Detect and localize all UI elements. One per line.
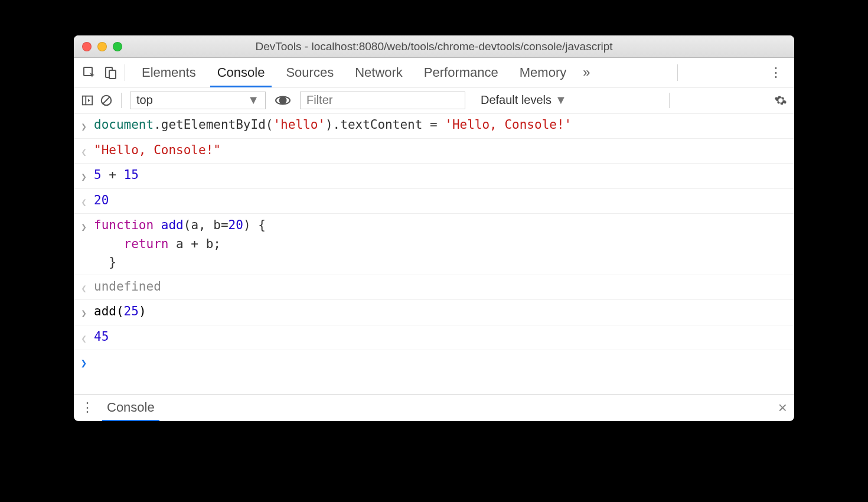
console-prompt-line[interactable] [74, 350, 794, 375]
output-chevron-icon [74, 141, 94, 161]
code-text: 45 [94, 328, 109, 347]
execution-context-value: top [136, 93, 153, 107]
output-chevron-icon [74, 278, 94, 298]
console-settings-icon[interactable] [774, 94, 787, 107]
dropdown-caret-icon: ▼ [555, 93, 567, 107]
code-text: 20 [94, 191, 109, 210]
svg-rect-3 [83, 96, 93, 105]
svg-line-7 [103, 97, 110, 103]
console-toolbar: top ▼ Default levels ▼ [74, 87, 794, 113]
console-output-line: "Hello, Console!" [74, 139, 794, 164]
code-text: document.getElementById('hello').textCon… [94, 116, 572, 135]
console-input-line: 5 + 15 [74, 164, 794, 189]
inspect-element-icon[interactable] [81, 64, 97, 81]
separator [669, 93, 670, 108]
spacer [74, 375, 794, 394]
svg-point-8 [279, 96, 287, 104]
svg-rect-2 [109, 70, 116, 79]
tab-performance[interactable]: Performance [413, 58, 509, 87]
devtools-menu-button[interactable]: ⋮ [765, 65, 787, 80]
dropdown-caret-icon: ▼ [247, 93, 259, 107]
log-levels-select[interactable]: Default levels ▼ [481, 93, 567, 107]
input-chevron-icon [74, 116, 94, 136]
toggle-device-toolbar-icon[interactable] [102, 64, 119, 81]
execution-context-select[interactable]: top ▼ [130, 92, 266, 109]
tab-console[interactable]: Console [207, 58, 276, 87]
input-chevron-icon [74, 302, 94, 322]
console-filter-field[interactable] [306, 93, 459, 107]
devtools-tabbar: ElementsConsoleSourcesNetworkPerformance… [74, 58, 794, 87]
output-chevron-icon [74, 328, 94, 348]
console-prompt-input[interactable] [94, 353, 788, 371]
window-close-button[interactable] [82, 42, 92, 51]
console-filter-input[interactable] [300, 92, 465, 109]
code-text: add(25) [94, 302, 146, 321]
log-levels-label: Default levels [481, 93, 552, 107]
console-output-line: 45 [74, 325, 794, 351]
separator [125, 64, 125, 81]
clear-console-icon[interactable] [100, 94, 113, 107]
code-text: "Hello, Console!" [94, 141, 221, 160]
code-text: 5 + 15 [94, 166, 139, 185]
svg-marker-5 [88, 99, 90, 102]
drawer-tab-label: Console [107, 400, 155, 415]
drawer-tab-console[interactable]: Console [103, 395, 158, 421]
window-zoom-button[interactable] [113, 42, 122, 51]
code-text: undefined [94, 278, 161, 296]
input-chevron-icon [74, 216, 94, 236]
tab-sources[interactable]: Sources [275, 58, 344, 87]
drawer-menu-button[interactable]: ⋮ [81, 400, 94, 415]
tab-network[interactable]: Network [344, 58, 413, 87]
console-output: document.getElementById('hello').textCon… [74, 113, 794, 375]
output-chevron-icon [74, 191, 94, 211]
console-output-line: undefined [74, 275, 794, 301]
live-expression-icon[interactable] [275, 93, 291, 108]
separator [121, 93, 122, 108]
console-input-line: function add(a, b=20) { return a + b; } [74, 214, 794, 275]
code-text: function add(a, b=20) { return a + b; } [94, 216, 266, 272]
window-title: DevTools - localhost:8080/web/tools/chro… [74, 40, 794, 53]
drawer-close-button[interactable]: × [778, 399, 787, 417]
window-titlebar: DevTools - localhost:8080/web/tools/chro… [74, 35, 794, 58]
window-minimize-button[interactable] [97, 42, 107, 51]
console-output-line: 20 [74, 189, 794, 214]
prompt-chevron-icon [74, 353, 94, 373]
tab-elements[interactable]: Elements [131, 58, 207, 87]
tab-memory[interactable]: Memory [509, 58, 577, 87]
devtools-drawer: ⋮ Console × [74, 394, 794, 421]
toggle-console-sidebar-icon[interactable] [81, 94, 94, 107]
tabs-overflow-button[interactable]: » [577, 58, 596, 87]
separator [677, 64, 678, 81]
devtools-window: DevTools - localhost:8080/web/tools/chro… [74, 35, 794, 421]
console-input-line: add(25) [74, 300, 794, 325]
console-input-line: document.getElementById('hello').textCon… [74, 113, 794, 139]
traffic-lights [82, 42, 122, 51]
input-chevron-icon [74, 166, 94, 186]
